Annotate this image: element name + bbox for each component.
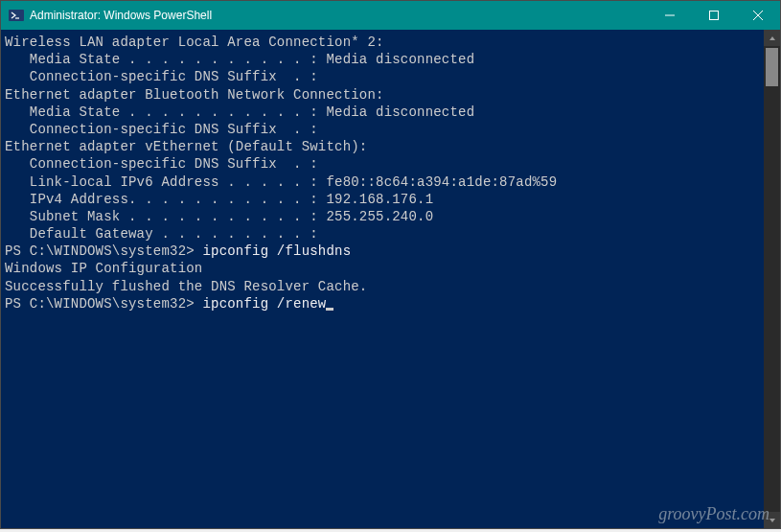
window-title: Administrator: Windows PowerShell — [30, 9, 648, 22]
prompt-line: PS C:\WINDOWS\system32> ipconfig /renew — [5, 295, 764, 312]
prompt-path: PS C:\WINDOWS\system32> — [5, 296, 202, 312]
output-line: Connection-specific DNS Suffix . : — [5, 155, 764, 173]
output-line: Connection-specific DNS Suffix . : — [5, 68, 764, 85]
scroll-track[interactable] — [764, 46, 780, 512]
output-line: Connection-specific DNS Suffix . : — [5, 121, 764, 138]
prompt-line: PS C:\WINDOWS\system32> ipconfig /flushd… — [5, 243, 764, 260]
output-line: Media State . . . . . . . . . . . : Medi… — [5, 104, 764, 121]
scroll-down-button[interactable] — [764, 512, 780, 528]
maximize-button[interactable] — [692, 1, 736, 30]
output-line: Default Gateway . . . . . . . . . : — [5, 225, 764, 243]
minimize-button[interactable] — [648, 1, 692, 30]
close-button[interactable] — [736, 1, 780, 30]
output-line: Ethernet adapter Bluetooth Network Conne… — [5, 86, 764, 104]
prompt-command: ipconfig /renew — [202, 296, 326, 312]
output-line: Media State . . . . . . . . . . . : Medi… — [5, 51, 764, 68]
output-line: Ethernet adapter vEthernet (Default Swit… — [5, 138, 764, 155]
scroll-up-button[interactable] — [764, 30, 780, 46]
powershell-window: Administrator: Windows PowerShell Wirele… — [0, 0, 781, 529]
powershell-icon — [9, 8, 24, 23]
scroll-thumb[interactable] — [766, 48, 778, 86]
output-line: Successfully flushed the DNS Resolver Ca… — [5, 278, 764, 295]
prompt-path: PS C:\WINDOWS\system32> — [5, 243, 202, 259]
output-line: IPv4 Address. . . . . . . . . . . : 192.… — [5, 191, 764, 208]
prompt-command: ipconfig /flushdns — [202, 243, 351, 259]
svg-rect-3 — [710, 12, 719, 20]
output-line: Link-local IPv6 Address . . . . . : fe80… — [5, 173, 764, 191]
titlebar[interactable]: Administrator: Windows PowerShell — [1, 1, 780, 30]
console-area: Wireless LAN adapter Local Area Connecti… — [1, 30, 780, 528]
vertical-scrollbar[interactable] — [764, 30, 780, 528]
output-line: Wireless LAN adapter Local Area Connecti… — [5, 34, 764, 51]
window-controls — [648, 1, 780, 30]
output-line: Subnet Mask . . . . . . . . . . . : 255.… — [5, 208, 764, 225]
console-output[interactable]: Wireless LAN adapter Local Area Connecti… — [1, 30, 764, 528]
text-cursor — [326, 308, 333, 311]
output-line: Windows IP Configuration — [5, 260, 764, 277]
